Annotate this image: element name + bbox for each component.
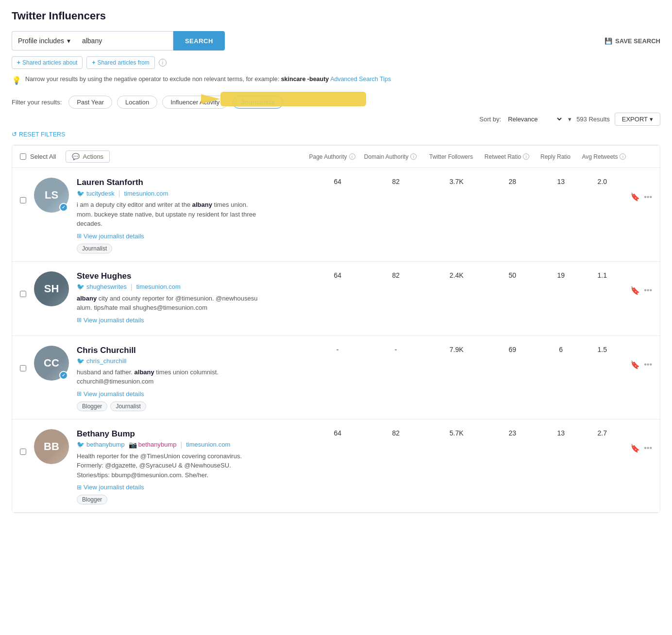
export-button[interactable]: EXPORT ▾ [615,113,660,126]
stat-retweet-ratio-4: 23 [486,429,539,437]
stat-retweet-ratio-3: 69 [486,346,539,353]
influencer-3-stats: - - 7.9K 69 6 1.5 [311,346,626,353]
info-icon[interactable]: i [159,59,167,67]
influencer-4-name: Bethany Bump [77,429,311,439]
page-auth-info-icon[interactable]: i [349,153,355,160]
col-header-reply-ratio: Reply Ratio [534,153,577,160]
grid-icon-2: ⊞ [77,317,82,323]
stat-twitter-followers-3: 7.9K [427,346,486,353]
grid-icon-4: ⊞ [77,484,82,491]
bookmark-icon-4[interactable]: 🔖 [630,444,640,453]
more-options-icon-4[interactable]: ••• [644,444,652,452]
influencer-1-twitter[interactable]: 🐦 tucitydesk [77,190,115,197]
stat-avg-retweets: 1.1 [583,271,622,279]
stat-page-auth: 64 [311,178,364,185]
tag-blogger-4: Blogger [77,495,107,504]
stat-avg-retweets-4: 2.7 [583,429,622,437]
influencer-4-tags: Blogger [77,495,311,504]
instagram-icon: 📷 [129,441,137,449]
twitter-icon-4: 🐦 [77,441,84,448]
bookmark-icon-2[interactable]: 🔖 [630,286,640,295]
table-header: Select All 💬 Actions Page Authority i Do… [12,145,660,168]
twitter-icon-3: 🐦 [77,357,84,365]
influencer-1-avatar: LS [34,178,69,213]
handle-divider: | [131,283,133,291]
shared-articles-about-label: Shared articles about [22,59,77,66]
stat-domain-auth: 82 [364,271,427,279]
influencer-4-instagram[interactable]: 📷 bethanybump [129,441,177,449]
more-options-icon[interactable]: ••• [644,193,652,201]
influencer-3-name: Chris Churchill [77,346,311,355]
filter-location[interactable]: Location [117,96,157,109]
col-header-retweet-ratio: Retweet Ratio i [480,153,534,160]
select-all-checkbox[interactable] [20,153,26,160]
domain-auth-info-icon[interactable]: i [410,153,417,160]
table-columns: Page Authority i Domain Authority i Twit… [305,153,660,160]
plus-icon-2: + [92,59,95,66]
influencer-2-website[interactable]: timesunion.com [136,283,181,290]
influencer-1-website[interactable]: timesunion.com [124,190,168,197]
influencer-3-tags: Blogger Journalist [77,401,311,411]
influencer-3-row-actions: 🔖 ••• [630,346,652,369]
search-input[interactable] [76,31,173,50]
page-title: Twitter Influencers [12,10,660,22]
influencer-3-checkbox[interactable] [20,365,26,371]
influencer-1-view-details[interactable]: ⊞ View journalist details [77,233,311,240]
influencer-row: CC Chris Churchill 🐦 chris_churchill hus… [12,336,660,419]
chevron-export-icon: ▾ [650,116,653,123]
influencer-2-stats: 64 82 2.4K 50 19 1.1 [311,271,626,279]
col-header-avg-retweets: Avg Retweets i [577,153,631,160]
shared-articles-about-button[interactable]: + Shared articles about [12,56,83,69]
avg-retweets-info-icon[interactable]: i [620,153,626,160]
actions-label: Actions [83,153,103,160]
stat-reply-ratio-4: 13 [539,429,583,437]
more-options-icon-2[interactable]: ••• [644,286,652,295]
stat-retweet-ratio: 50 [486,271,539,279]
bookmark-icon[interactable]: 🔖 [630,192,640,201]
col-header-twitter-followers: Twitter Followers [422,153,480,160]
stat-avg-retweets: 2.0 [583,178,622,185]
select-all-label: Select All [30,153,56,160]
filter-journalists[interactable]: Journalists [233,96,283,109]
influencer-4-twitter[interactable]: 🐦 bethanybump [77,441,125,448]
influencer-3-view-details[interactable]: ⊞ View journalist details [77,390,311,398]
influencer-4-handles: 🐦 bethanybump 📷 bethanybump | timesunion… [77,441,311,449]
col-header-domain-authority: Domain Authority i [359,153,422,160]
profile-dropdown[interactable]: Profile includes ▾ [12,31,76,50]
more-options-icon-3[interactable]: ••• [644,360,652,369]
influencer-1-stats: 64 82 3.7K 28 13 2.0 [311,178,626,185]
bookmark-icon-3[interactable]: 🔖 [630,360,640,369]
influencer-4-view-details[interactable]: ⊞ View journalist details [77,484,311,491]
influencer-2-checkbox[interactable] [20,291,26,297]
save-icon: 💾 [605,37,612,45]
stat-reply-ratio: 13 [539,178,583,185]
filter-influencer-activity[interactable]: Influencer Activity [162,96,228,109]
influencer-2-twitter[interactable]: 🐦 shugheswrites [77,283,127,290]
sort-select[interactable]: Relevance Page Authority Twitter Followe… [506,115,563,123]
influencer-2-view-details[interactable]: ⊞ View journalist details [77,317,311,324]
retweet-ratio-info-icon[interactable]: i [523,153,529,160]
reset-filters-button[interactable]: ↺ RESET FILTERS [12,131,660,138]
results-count: 593 Results [576,116,610,123]
shared-articles-from-button[interactable]: + Shared articles from [86,56,154,69]
influencer-2-row-actions: 🔖 ••• [630,271,652,295]
chevron-down-icon: ▾ [67,37,70,45]
sort-label: Sort by: [479,116,501,123]
influencer-4-website[interactable]: timesunion.com [186,441,230,448]
influencer-3-twitter[interactable]: 🐦 chris_churchill [77,357,126,365]
filter-past-year[interactable]: Past Year [68,96,112,109]
export-label: EXPORT [622,116,648,123]
verified-badge-3 [59,371,68,380]
reset-filters-label: RESET FILTERS [19,131,65,138]
influencer-4-avatar: BB [34,429,69,464]
influencer-2-handles: 🐦 shugheswrites | timesunion.com [77,283,311,291]
save-search-button[interactable]: 💾 SAVE SEARCH [595,37,660,45]
search-button[interactable]: SEARCH [173,31,225,50]
influencer-4-checkbox[interactable] [20,449,26,455]
filter-label: Filter your results: [12,99,62,106]
influencer-1-checkbox[interactable] [20,197,26,203]
influencer-2-avatar: SH [34,271,69,306]
advanced-search-tips-link[interactable]: Advanced Search Tips [330,76,391,83]
actions-button[interactable]: 💬 Actions [66,150,110,163]
tip-icon: 💡 [12,76,21,85]
